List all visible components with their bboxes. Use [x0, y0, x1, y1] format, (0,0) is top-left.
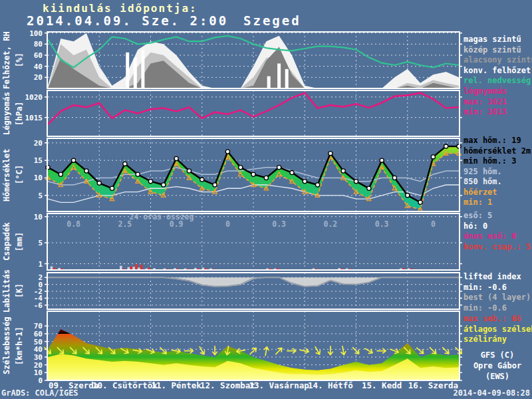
legend-temperature-item: 850 hőm.: [464, 177, 531, 188]
meteogram-chart: 10080604020102010152015105105120-2-4-670…: [0, 0, 532, 399]
legend-pressure-item: min: 1013: [464, 107, 507, 118]
daily-sum-value: 0.8: [66, 219, 80, 229]
wind-direction-arrow: [274, 346, 283, 356]
daily-sum-value: 0: [225, 219, 230, 229]
axis-unit-stability: [K]: [14, 273, 25, 309]
credit-model: GFS (C): [466, 350, 529, 360]
tick-label: 1020: [25, 93, 43, 102]
wind-direction-arrow: [198, 346, 206, 356]
tick-label: 40: [34, 63, 43, 71]
conv-cloud-bar: [134, 58, 137, 88]
conv-rain-bar: [140, 265, 143, 270]
tick-label: 60: [34, 51, 43, 60]
run-datetime: 2014.04.09. Sze. 2:00: [27, 13, 228, 28]
axis-title-clouds: Felhőzet, RH: [1, 32, 12, 88]
pressure-line: [48, 93, 459, 124]
temp-2m-marker: [341, 169, 345, 173]
legend-stability-item: best (4 layer): [464, 293, 531, 303]
temp-2m-marker: [239, 166, 243, 170]
grads-credit: GrADS: COLA/IGES: [1, 388, 78, 398]
temp-2m-marker: [277, 166, 281, 170]
station-name: Szeged: [243, 13, 301, 28]
legend-precip-item: ónos eső: 0: [464, 231, 531, 242]
legend-clouds-item: konv. felhőzet: [464, 66, 532, 76]
legend-temperature-item: hőérzet: [464, 188, 531, 198]
legend-pressure-item: max: 1021: [464, 97, 507, 108]
day-label: 15. Kedd: [362, 380, 402, 390]
axis-title-wind: Szélsebesség: [1, 311, 12, 380]
temp-2m-marker: [380, 158, 384, 162]
tick-label: 10: [34, 174, 43, 182]
credits-block: GFS (C) Opre Gábor (EWS): [466, 350, 529, 382]
legend-clouds-item: rel. nedvesség: [464, 76, 532, 86]
legend-precip-item: eső: 5: [464, 211, 531, 221]
render-timestamp: 2014-04-09-08:28: [453, 388, 530, 398]
legend-stability: lifted indexmin: -0.6best (4 layer)min: …: [464, 272, 531, 313]
tick-label: 5: [38, 192, 43, 200]
day-label: 11. Péntek: [151, 380, 201, 390]
axis-title-pressure: Légnyomás: [1, 90, 12, 136]
daily-sum-value: 0.9: [170, 219, 184, 229]
temp-2m-marker: [110, 186, 114, 190]
wind-direction-arrow: [313, 346, 322, 356]
conv-cloud-bar: [267, 76, 271, 88]
temp-2m-marker: [59, 172, 63, 176]
credit-author: Opre Gábor: [466, 360, 529, 371]
temp-2m-marker: [97, 181, 101, 185]
daily-sum-value: 0.2: [323, 219, 337, 229]
legend-wind-item: átlagos szélseb.: [464, 325, 532, 335]
temp-2m-marker: [148, 180, 152, 184]
temp-2m-marker: [251, 172, 255, 176]
wind-direction-arrow: [328, 346, 332, 355]
axis-unit-pressure: [hPa]: [14, 90, 25, 136]
legend-wind-item: szélirány: [464, 334, 532, 345]
temp-2m-marker: [418, 200, 422, 204]
wind-direction-arrow: [364, 346, 374, 355]
meteogram-page: 10080604020102010152015105105120-2-4-670…: [0, 0, 532, 399]
conv-rain-bar: [135, 264, 138, 270]
daily-sum-value: 2.5: [118, 219, 132, 229]
legend-clouds: magas szintűközép szintűalacsony szintűk…: [464, 35, 532, 86]
legend-precip-item: konv. csap.: 5: [464, 242, 531, 253]
temp-2m-marker: [84, 169, 88, 173]
temp-2m-marker: [329, 152, 332, 156]
legend-clouds-item: magas szintű: [464, 35, 532, 45]
tick-label: 20: [34, 73, 43, 82]
legend-stability-item: min: -0.6: [464, 283, 531, 293]
conv-cloud-bar: [277, 64, 281, 88]
daily-sum-value: 0: [431, 219, 436, 229]
wind-direction-arrow: [377, 348, 386, 353]
temp-2m-marker: [290, 170, 294, 174]
day-label: 10. Csütörtök: [92, 380, 158, 390]
conv-cloud-bar: [141, 50, 144, 88]
temp-2m-marker: [174, 156, 178, 160]
temp-2m-marker: [162, 183, 166, 187]
conv-cloud-bar: [285, 69, 289, 88]
legend-pressure: légnyomásmax: 1021min: 1013: [464, 86, 507, 118]
day-label: 14. Hétfő: [308, 380, 353, 390]
wind-direction-arrow: [300, 348, 309, 354]
temp-2m-marker: [136, 172, 140, 176]
axis-title-precip: Csapadék: [1, 213, 12, 270]
legend-stability-item: lifted index: [464, 272, 531, 283]
temp-2m-marker: [367, 186, 371, 190]
temp-2m-marker: [72, 158, 76, 162]
legend-precip-item: hó: 0: [464, 221, 531, 232]
temp-2m-marker: [213, 183, 217, 187]
temp-2m-marker: [354, 180, 358, 184]
legend-temperature-item: min hőm.: 3: [464, 156, 531, 167]
axis-unit-temperature: [°C]: [14, 138, 25, 211]
tick-label: 0: [38, 376, 43, 385]
legend-wind: max seb.: 66átlagos szélseb.szélirány: [464, 314, 532, 345]
temp-2m-marker: [225, 150, 229, 154]
axis-unit-wind: [km*h-1]: [14, 311, 25, 380]
tick-label: 80: [34, 40, 43, 49]
axis-unit-clouds: [%]: [14, 32, 25, 88]
day-label: 12. Szombat: [200, 380, 255, 390]
legend-temperature-item: max hőm.: 19: [464, 136, 531, 146]
tick-label: 10: [34, 213, 43, 221]
day-label: 16. Szerda: [408, 380, 458, 390]
temp-2m-marker: [303, 180, 307, 184]
wind-direction-arrow: [441, 346, 450, 355]
legend-clouds-item: alacsony szintű: [464, 55, 532, 66]
